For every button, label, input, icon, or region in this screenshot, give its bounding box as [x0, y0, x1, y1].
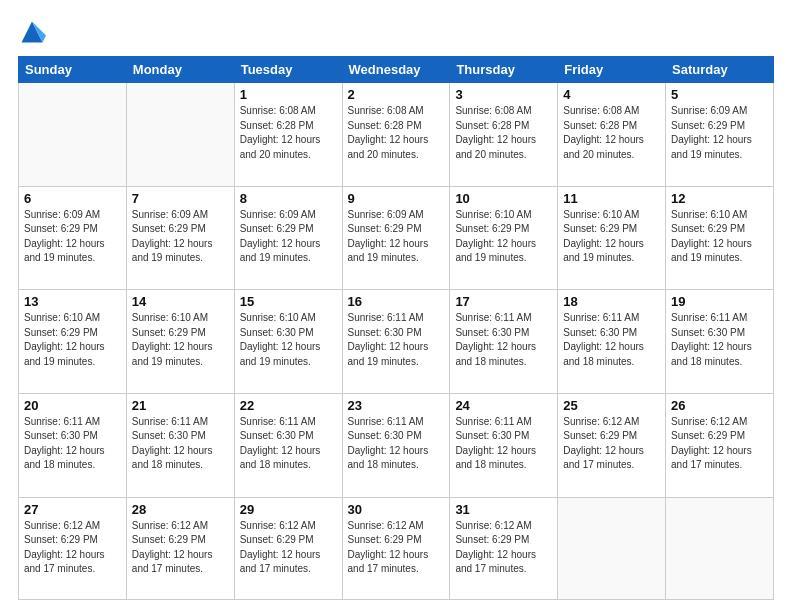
day-number: 15	[240, 294, 337, 309]
calendar-cell: 25Sunrise: 6:12 AM Sunset: 6:29 PM Dayli…	[558, 393, 666, 497]
calendar-cell: 31Sunrise: 6:12 AM Sunset: 6:29 PM Dayli…	[450, 497, 558, 599]
day-info: Sunrise: 6:08 AM Sunset: 6:28 PM Dayligh…	[240, 104, 337, 162]
day-info: Sunrise: 6:11 AM Sunset: 6:30 PM Dayligh…	[24, 415, 121, 473]
calendar-week-1: 1Sunrise: 6:08 AM Sunset: 6:28 PM Daylig…	[19, 83, 774, 187]
day-number: 28	[132, 502, 229, 517]
calendar-week-5: 27Sunrise: 6:12 AM Sunset: 6:29 PM Dayli…	[19, 497, 774, 599]
calendar-cell: 16Sunrise: 6:11 AM Sunset: 6:30 PM Dayli…	[342, 290, 450, 394]
day-number: 7	[132, 191, 229, 206]
calendar-cell	[558, 497, 666, 599]
day-info: Sunrise: 6:10 AM Sunset: 6:29 PM Dayligh…	[671, 208, 768, 266]
day-number: 2	[348, 87, 445, 102]
day-info: Sunrise: 6:09 AM Sunset: 6:29 PM Dayligh…	[240, 208, 337, 266]
day-info: Sunrise: 6:10 AM Sunset: 6:29 PM Dayligh…	[132, 311, 229, 369]
logo-icon	[18, 18, 46, 46]
calendar-cell: 19Sunrise: 6:11 AM Sunset: 6:30 PM Dayli…	[666, 290, 774, 394]
calendar-cell: 9Sunrise: 6:09 AM Sunset: 6:29 PM Daylig…	[342, 186, 450, 290]
weekday-header-saturday: Saturday	[666, 57, 774, 83]
day-info: Sunrise: 6:11 AM Sunset: 6:30 PM Dayligh…	[240, 415, 337, 473]
calendar-cell: 27Sunrise: 6:12 AM Sunset: 6:29 PM Dayli…	[19, 497, 127, 599]
day-number: 10	[455, 191, 552, 206]
calendar-table: SundayMondayTuesdayWednesdayThursdayFrid…	[18, 56, 774, 600]
day-number: 18	[563, 294, 660, 309]
day-info: Sunrise: 6:09 AM Sunset: 6:29 PM Dayligh…	[24, 208, 121, 266]
calendar-body: 1Sunrise: 6:08 AM Sunset: 6:28 PM Daylig…	[19, 83, 774, 600]
calendar-cell: 13Sunrise: 6:10 AM Sunset: 6:29 PM Dayli…	[19, 290, 127, 394]
day-info: Sunrise: 6:08 AM Sunset: 6:28 PM Dayligh…	[455, 104, 552, 162]
calendar-cell: 4Sunrise: 6:08 AM Sunset: 6:28 PM Daylig…	[558, 83, 666, 187]
day-number: 4	[563, 87, 660, 102]
day-number: 25	[563, 398, 660, 413]
calendar-cell: 2Sunrise: 6:08 AM Sunset: 6:28 PM Daylig…	[342, 83, 450, 187]
calendar-cell: 8Sunrise: 6:09 AM Sunset: 6:29 PM Daylig…	[234, 186, 342, 290]
calendar-cell: 30Sunrise: 6:12 AM Sunset: 6:29 PM Dayli…	[342, 497, 450, 599]
calendar-cell	[666, 497, 774, 599]
weekday-header-sunday: Sunday	[19, 57, 127, 83]
weekday-header-thursday: Thursday	[450, 57, 558, 83]
weekday-header-friday: Friday	[558, 57, 666, 83]
day-number: 30	[348, 502, 445, 517]
calendar-cell: 18Sunrise: 6:11 AM Sunset: 6:30 PM Dayli…	[558, 290, 666, 394]
day-number: 5	[671, 87, 768, 102]
calendar-cell	[126, 83, 234, 187]
day-info: Sunrise: 6:12 AM Sunset: 6:29 PM Dayligh…	[132, 519, 229, 577]
calendar-cell: 29Sunrise: 6:12 AM Sunset: 6:29 PM Dayli…	[234, 497, 342, 599]
day-info: Sunrise: 6:12 AM Sunset: 6:29 PM Dayligh…	[24, 519, 121, 577]
calendar-cell: 3Sunrise: 6:08 AM Sunset: 6:28 PM Daylig…	[450, 83, 558, 187]
calendar-cell: 5Sunrise: 6:09 AM Sunset: 6:29 PM Daylig…	[666, 83, 774, 187]
calendar-cell: 12Sunrise: 6:10 AM Sunset: 6:29 PM Dayli…	[666, 186, 774, 290]
day-info: Sunrise: 6:11 AM Sunset: 6:30 PM Dayligh…	[455, 311, 552, 369]
day-info: Sunrise: 6:11 AM Sunset: 6:30 PM Dayligh…	[348, 415, 445, 473]
calendar-cell: 21Sunrise: 6:11 AM Sunset: 6:30 PM Dayli…	[126, 393, 234, 497]
calendar-cell: 23Sunrise: 6:11 AM Sunset: 6:30 PM Dayli…	[342, 393, 450, 497]
day-number: 23	[348, 398, 445, 413]
calendar-week-4: 20Sunrise: 6:11 AM Sunset: 6:30 PM Dayli…	[19, 393, 774, 497]
day-number: 21	[132, 398, 229, 413]
day-number: 6	[24, 191, 121, 206]
day-info: Sunrise: 6:12 AM Sunset: 6:29 PM Dayligh…	[348, 519, 445, 577]
day-number: 14	[132, 294, 229, 309]
day-info: Sunrise: 6:10 AM Sunset: 6:29 PM Dayligh…	[455, 208, 552, 266]
logo	[18, 18, 50, 46]
day-info: Sunrise: 6:09 AM Sunset: 6:29 PM Dayligh…	[671, 104, 768, 162]
calendar-cell: 26Sunrise: 6:12 AM Sunset: 6:29 PM Dayli…	[666, 393, 774, 497]
weekday-header-wednesday: Wednesday	[342, 57, 450, 83]
calendar-cell: 20Sunrise: 6:11 AM Sunset: 6:30 PM Dayli…	[19, 393, 127, 497]
calendar-cell: 24Sunrise: 6:11 AM Sunset: 6:30 PM Dayli…	[450, 393, 558, 497]
weekday-header-monday: Monday	[126, 57, 234, 83]
weekday-header-tuesday: Tuesday	[234, 57, 342, 83]
calendar-cell: 17Sunrise: 6:11 AM Sunset: 6:30 PM Dayli…	[450, 290, 558, 394]
day-number: 16	[348, 294, 445, 309]
day-number: 1	[240, 87, 337, 102]
day-info: Sunrise: 6:11 AM Sunset: 6:30 PM Dayligh…	[563, 311, 660, 369]
day-number: 31	[455, 502, 552, 517]
calendar-cell: 10Sunrise: 6:10 AM Sunset: 6:29 PM Dayli…	[450, 186, 558, 290]
calendar-cell	[19, 83, 127, 187]
calendar-week-2: 6Sunrise: 6:09 AM Sunset: 6:29 PM Daylig…	[19, 186, 774, 290]
calendar-cell: 1Sunrise: 6:08 AM Sunset: 6:28 PM Daylig…	[234, 83, 342, 187]
calendar-cell: 15Sunrise: 6:10 AM Sunset: 6:30 PM Dayli…	[234, 290, 342, 394]
day-number: 27	[24, 502, 121, 517]
day-info: Sunrise: 6:12 AM Sunset: 6:29 PM Dayligh…	[240, 519, 337, 577]
calendar-header: SundayMondayTuesdayWednesdayThursdayFrid…	[19, 57, 774, 83]
day-info: Sunrise: 6:11 AM Sunset: 6:30 PM Dayligh…	[455, 415, 552, 473]
calendar-cell: 22Sunrise: 6:11 AM Sunset: 6:30 PM Dayli…	[234, 393, 342, 497]
day-number: 24	[455, 398, 552, 413]
day-number: 22	[240, 398, 337, 413]
day-info: Sunrise: 6:10 AM Sunset: 6:29 PM Dayligh…	[24, 311, 121, 369]
day-number: 17	[455, 294, 552, 309]
day-number: 3	[455, 87, 552, 102]
day-number: 26	[671, 398, 768, 413]
day-info: Sunrise: 6:08 AM Sunset: 6:28 PM Dayligh…	[348, 104, 445, 162]
day-info: Sunrise: 6:12 AM Sunset: 6:29 PM Dayligh…	[455, 519, 552, 577]
day-number: 13	[24, 294, 121, 309]
day-number: 19	[671, 294, 768, 309]
calendar-week-3: 13Sunrise: 6:10 AM Sunset: 6:29 PM Dayli…	[19, 290, 774, 394]
day-number: 29	[240, 502, 337, 517]
day-number: 11	[563, 191, 660, 206]
day-info: Sunrise: 6:11 AM Sunset: 6:30 PM Dayligh…	[348, 311, 445, 369]
day-info: Sunrise: 6:11 AM Sunset: 6:30 PM Dayligh…	[132, 415, 229, 473]
calendar-cell: 6Sunrise: 6:09 AM Sunset: 6:29 PM Daylig…	[19, 186, 127, 290]
day-number: 12	[671, 191, 768, 206]
page: SundayMondayTuesdayWednesdayThursdayFrid…	[0, 0, 792, 612]
